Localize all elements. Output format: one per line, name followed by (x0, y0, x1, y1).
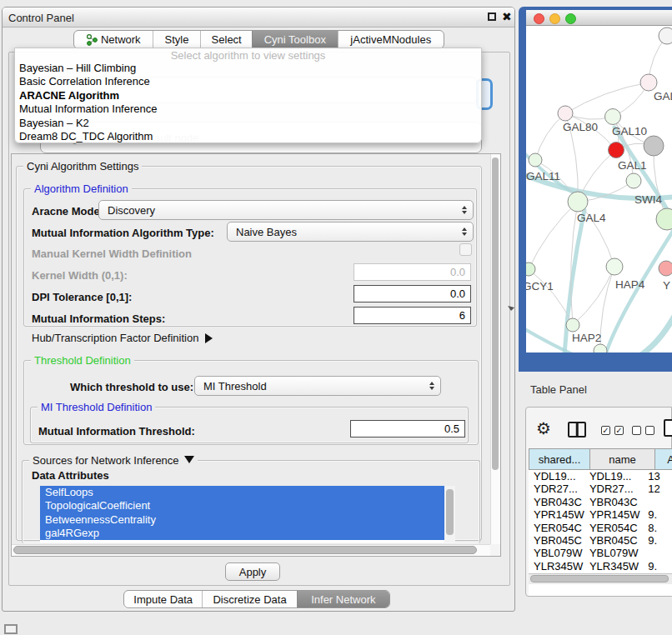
tab-discretize-data[interactable]: Discretize Data (202, 591, 296, 608)
attribute-list-item[interactable]: SelfLoops (40, 486, 444, 499)
hub-definition-expander[interactable]: Hub/Transcription Factor Definition (32, 332, 213, 344)
network-edge (573, 267, 614, 325)
tab-label: Network (101, 33, 141, 46)
table-row[interactable]: YBR043CYBR043C (529, 496, 672, 508)
network-node-gcy1[interactable] (526, 262, 535, 276)
table-cell: YBR043C (584, 496, 643, 508)
table-hscrollbar-thumb[interactable] (530, 575, 669, 582)
network-node-y[interactable] (659, 261, 672, 276)
table-cell: 9. (643, 508, 672, 521)
algorithm-option[interactable]: ARACNE Algorithm (19, 89, 119, 102)
select-columns-icon[interactable]: ✓ (601, 426, 610, 435)
table-cell: YER054C (529, 522, 584, 534)
tab-infer-network[interactable]: Infer Network (297, 591, 389, 608)
mi-type-select[interactable]: Naive Bayes (227, 222, 474, 242)
split-view-icon[interactable] (568, 422, 586, 438)
stepper-icon (462, 206, 473, 214)
dpi-tolerance-field[interactable]: 0.0 (354, 285, 471, 302)
tab-network[interactable]: Network (74, 31, 153, 48)
table-row[interactable]: YBR045CYBR045C9. (529, 534, 672, 547)
network-node[interactable] (594, 344, 607, 352)
algorithm-definition-title: Algorithm Definition (31, 182, 132, 195)
aracne-mode-label: Aracne Mode: (32, 205, 103, 218)
network-node[interactable] (626, 173, 641, 188)
table-cell: YDL19... (529, 470, 584, 482)
control-panel-titlebar[interactable] (3, 8, 514, 28)
network-node-gal[interactable] (640, 74, 657, 91)
table-cell: YDL19... (584, 470, 643, 482)
kernel-width-field[interactable]: 0.0 (354, 263, 471, 281)
tab-jactivemnodules[interactable]: jActiveMNodules (338, 31, 444, 48)
minimize-traffic-icon[interactable] (549, 13, 560, 24)
select-columns-icon[interactable]: ✓ (614, 426, 624, 435)
network-view-titlebar[interactable] (526, 10, 672, 26)
stepper-icon (429, 382, 440, 390)
table-bottom-strip (529, 584, 672, 596)
network-node-gal80[interactable] (558, 106, 573, 121)
table-cell: YBL079W (584, 547, 643, 559)
algorithm-option[interactable]: Bayesian – K2 (19, 117, 89, 129)
settings-vscrollbar-thumb[interactable] (492, 158, 499, 470)
network-canvas[interactable]: GALGAL80GAL10GAL1GAL11SWI4GAL4GCY1HAP4YH… (526, 26, 672, 352)
tab-cyni-toolbox[interactable]: Cyni Toolbox (252, 31, 338, 48)
collapsed-panel-icon[interactable] (4, 624, 18, 634)
network-node-gal1[interactable] (609, 142, 624, 158)
new-column-icon[interactable] (664, 419, 672, 437)
table-row[interactable]: YDL19...YDL19...13 (529, 470, 672, 482)
network-node-hap4[interactable] (606, 258, 623, 275)
data-attributes-label: Data Attributes (32, 469, 109, 482)
apply-button[interactable]: Apply (225, 562, 280, 581)
table-cell: YPR145W (529, 508, 584, 521)
zoom-traffic-icon[interactable] (565, 13, 576, 24)
data-attributes-list[interactable]: SelfLoopsTopologicalCoefficientBetweenne… (40, 486, 455, 542)
mi-steps-field[interactable]: 6 (354, 307, 471, 324)
aracne-mode-select[interactable]: Discovery (98, 200, 474, 220)
table-panel-title: Table Panel (530, 383, 587, 396)
table-row[interactable]: YPR145WYPR145W9. (529, 508, 672, 521)
network-node[interactable] (644, 136, 664, 156)
node-label: GAL (654, 90, 672, 102)
network-node-hap2[interactable] (566, 318, 579, 332)
list-vscrollbar[interactable] (444, 486, 455, 542)
deselect-columns-icon[interactable] (645, 426, 654, 435)
list-vscrollbar-thumb[interactable] (446, 489, 454, 535)
network-node-gal11[interactable] (529, 153, 542, 167)
sources-title: Sources for Network Inference (29, 454, 198, 467)
tab-label: Discretize Data (213, 593, 286, 606)
algorithm-option[interactable]: Bayesian – Hill Climbing (19, 62, 136, 74)
settings-hscrollbar-thumb[interactable] (13, 546, 477, 554)
tab-style[interactable]: Style (153, 31, 201, 48)
network-node-gal10[interactable] (605, 109, 621, 125)
tab-impute-data[interactable]: Impute Data (124, 591, 202, 608)
table-row[interactable]: YBL079WYBL079W (529, 547, 672, 559)
gear-icon[interactable]: ⚙ (536, 418, 551, 438)
close-icon[interactable]: ✖ (502, 10, 512, 23)
table-header-A[interactable]: A (655, 448, 672, 470)
table-cell: 8. (643, 522, 672, 534)
table-row[interactable]: YLR345WYLR345W9. (529, 560, 672, 572)
table-rows[interactable]: YDL19...YDL19...13YDR27...YDR27...12YBR0… (529, 470, 672, 573)
attribute-list-item[interactable]: gal4RGexp (40, 527, 444, 540)
table-cell (643, 496, 672, 508)
threshold-definition-title: Threshold Definition (31, 354, 134, 367)
tab-select[interactable]: Select (200, 31, 252, 48)
algorithm-dropdown-popup: Select algorithm to view settings Bayesi… (14, 48, 482, 143)
table-header-name[interactable]: name (590, 448, 655, 470)
deselect-columns-icon[interactable] (632, 426, 641, 435)
network-node-gal4[interactable] (568, 192, 588, 212)
table-header-shared[interactable]: shared... (529, 448, 590, 470)
attribute-list-item[interactable]: BetweennessCentrality (40, 513, 444, 527)
network-node[interactable] (659, 28, 672, 44)
close-traffic-icon[interactable] (534, 13, 544, 24)
algorithm-option[interactable]: Dream8 DC_TDC Algorithm (19, 130, 153, 142)
mi-threshold-field[interactable]: 0.5 (350, 420, 465, 438)
algorithm-option[interactable]: Basic Correlation Inference (19, 75, 150, 88)
table-row[interactable]: YDR27...YDR27...12 (529, 482, 672, 495)
network-node-swi4[interactable] (656, 208, 672, 230)
algorithm-option[interactable]: Mutual Information Inference (19, 102, 157, 115)
which-threshold-select[interactable]: MI Threshold (194, 376, 441, 396)
float-window-icon[interactable] (488, 12, 496, 21)
attribute-list-item[interactable]: TopologicalCoefficient (40, 499, 444, 512)
manual-kernel-checkbox[interactable] (459, 243, 472, 256)
table-row[interactable]: YER054CYER054C8. (529, 522, 672, 534)
